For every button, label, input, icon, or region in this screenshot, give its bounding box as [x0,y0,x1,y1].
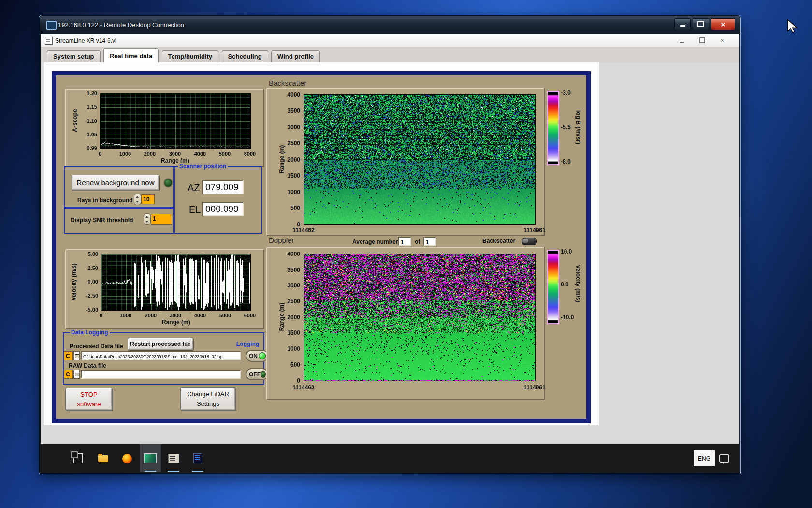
change-lidar-settings-button[interactable]: Change LiDARSettings [180,387,236,411]
logging-off-led [261,371,266,378]
tab-real-time-data[interactable]: Real time data [103,48,159,62]
tab-scheduling[interactable]: Scheduling [222,50,268,62]
y-tick: 1500 [278,172,300,179]
y-tick: 2000 [278,314,300,321]
app-restore-button[interactable] [696,36,708,45]
processed-browse-button[interactable] [73,351,80,360]
notification-chat-icon[interactable] [719,454,729,463]
stop-software-button[interactable]: STOPsoftware [65,388,113,411]
minimize-icon [680,42,684,43]
y-tick: 3500 [278,267,300,273]
y-tick: 2500 [278,140,300,147]
data-logging-title: Data Logging [70,329,110,336]
running-underline [192,471,203,472]
y-tick: 1500 [278,329,300,336]
tab-bar: System setup Real time data Temp/humidit… [41,47,739,62]
y-tick: 1.10 [77,118,97,124]
tab-system-setup[interactable]: System setup [47,50,101,62]
restart-processed-file-button[interactable]: Restart processed file [128,338,193,350]
rays-value-field[interactable]: 10 [141,194,155,204]
restore-icon [699,37,705,43]
raw-logging-toggle[interactable]: OFF [246,368,268,380]
y-tick: 4000 [278,251,300,257]
velocity-plot-canvas [101,254,251,311]
processed-data-file-label: Processed Data file [70,343,123,350]
document-app-button[interactable] [187,444,208,472]
app-titlebar[interactable]: StreamLine XR v14-6.vi × [41,34,739,47]
snr-spinner[interactable] [144,213,151,225]
y-tick: 500 [278,361,300,368]
velocity-graph-frame: Velocity (m/s) 5.00 2.50 0.00 -2.50 -5.0… [65,249,264,329]
el-label: EL [189,204,201,215]
app-close-button[interactable]: × [716,36,728,45]
task-view-button[interactable] [67,444,88,472]
scan-scheduler-button[interactable] [163,444,184,472]
raw-browse-button[interactable] [73,370,80,379]
renew-led-indicator [163,178,173,188]
raw-path-field[interactable] [81,370,241,379]
app-title: StreamLine XR v14-6.vi [55,37,116,44]
backscatter-display-toggle[interactable] [522,238,537,245]
snr-value-field[interactable]: 1 [151,214,172,225]
raw-drive-selector[interactable]: C [64,370,73,379]
maximize-button[interactable] [693,18,709,30]
average-total-field[interactable]: 1 [423,237,436,246]
processed-drive-selector[interactable]: C [64,351,73,360]
y-tick: 0.99 [77,145,97,151]
app-minimize-button[interactable] [675,36,688,45]
x-tick: 4000 [189,313,211,318]
firefox-icon [122,454,132,463]
x-tick: 3000 [164,151,186,157]
x-tick: 1000 [115,151,136,157]
rays-spinner[interactable] [134,194,141,205]
scanner-position-title: Scanner position [178,163,228,170]
rays-in-background-label: Rays in background [77,197,133,204]
streamline-app-button[interactable] [140,444,161,472]
x-tick: 5000 [214,151,235,157]
backscatter-title: Backscatter [269,79,306,87]
logging-on-led [259,352,266,359]
cbar-tick: -3.0 [561,90,586,96]
az-value-field[interactable]: 079.009 [202,180,244,194]
rdp-icon [46,21,57,30]
rdp-titlebar[interactable]: 192.168.0.122 - Remote Desktop Connectio… [40,16,740,34]
y-tick: 2500 [278,298,300,305]
y-tick: 1.15 [77,104,97,110]
x-start-label: 1114462 [284,227,323,234]
firefox-button[interactable] [116,444,138,472]
task-view-icon [73,453,83,463]
average-number-field[interactable]: 1 [398,237,411,246]
backscatter-graph-frame: Range (m) 4000 3500 3000 2500 2000 1500 … [266,88,545,236]
processed-logging-toggle[interactable]: ON [246,350,268,362]
el-value-field[interactable]: 000.099 [202,202,244,216]
minimize-icon [680,25,685,27]
minimize-button[interactable] [674,18,691,30]
rdp-title: 192.168.0.122 - Remote Desktop Connectio… [58,21,184,29]
renew-background-button[interactable]: Renew background now [72,175,160,191]
cbar-tick: -10.0 [561,314,586,321]
x-tick: 0 [90,313,112,318]
file-explorer-button[interactable] [92,444,114,472]
rdp-window: 192.168.0.122 - Remote Desktop Connectio… [39,15,740,474]
scanner-position-group [174,166,262,234]
x-end-label: 1114961 [515,227,554,234]
backscatter-heatmap-canvas [304,94,536,225]
active-underline [145,471,156,472]
y-tick: 5.00 [78,251,98,257]
scheduler-window-icon [168,454,179,463]
x-tick: 1000 [115,313,136,318]
language-indicator[interactable]: ENG [694,450,715,466]
tab-temp-humidity[interactable]: Temp/humidity [162,50,218,62]
toggle-off-label: OFF [249,371,261,378]
change-line2: Settings [187,399,229,409]
processed-path-field[interactable]: C:\Lidar\Data\Proc\2023\202309\20230918\… [81,351,241,360]
cbar-tick: 10.0 [561,248,586,255]
y-tick: 1000 [278,189,300,195]
y-tick: 2.50 [78,265,98,271]
tab-wind-profile[interactable]: Wind profile [271,50,320,62]
snr-threshold-label: Display SNR threshold [71,217,133,224]
y-tick: 3000 [278,282,300,289]
y-tick: 1000 [278,345,300,352]
close-button[interactable]: × [711,18,735,30]
y-tick: 1.05 [75,132,97,137]
